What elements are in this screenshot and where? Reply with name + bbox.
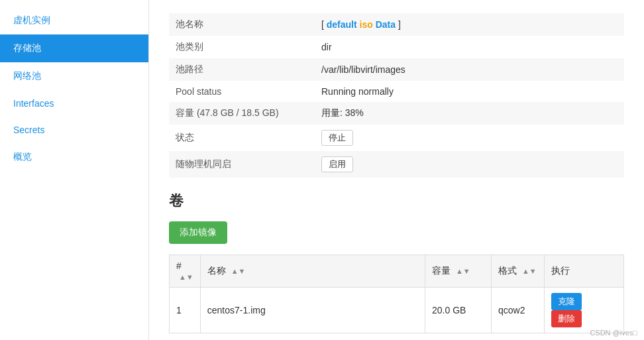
row-capacity: 20.0 GB	[425, 288, 492, 333]
pool-name-label: 池名称	[169, 13, 315, 36]
sidebar-item-storage-pool[interactable]: 存储池	[0, 34, 148, 62]
row-action: 克隆 删除	[545, 288, 624, 333]
info-row-autostart: 随物理机同启 启用	[169, 151, 624, 178]
autostart-value: 启用	[315, 151, 624, 178]
sidebar-item-network-pool[interactable]: 网络池	[0, 62, 148, 90]
autostart-badge[interactable]: 启用	[321, 156, 353, 172]
table-row: 1 centos7-1.img 20.0 GB qcow2 克隆 删除	[170, 288, 624, 333]
info-row-capacity: 容量 (47.8 GB / 18.5 GB) 用量: 38%	[169, 102, 624, 125]
state-value: 停止	[315, 125, 624, 151]
state-label: 状态	[169, 125, 315, 151]
capacity-label: 容量 (47.8 GB / 18.5 GB)	[169, 102, 315, 125]
pool-type-label: 池类别	[169, 36, 315, 58]
pool-name-iso-link: iso	[357, 19, 376, 30]
col-number[interactable]: # ▲▼	[170, 255, 201, 288]
pool-path-label: 池路径	[169, 58, 315, 81]
sidebar-item-vm-instances[interactable]: 虚机实例	[0, 7, 148, 34]
pool-name-value: [ default iso Data ]	[315, 13, 624, 36]
pool-name-bracket-close: ]	[396, 19, 401, 30]
sidebar-item-secrets[interactable]: Secrets	[0, 117, 148, 143]
col-name[interactable]: 名称 ▲▼	[200, 255, 425, 288]
pool-name-data-link[interactable]: Data	[376, 19, 396, 30]
info-row-pool-status: Pool status Running normally	[169, 81, 624, 102]
watermark: CSDN @ives□	[590, 329, 637, 337]
pool-status-value: Running normally	[315, 81, 624, 102]
info-row-pool-name: 池名称 [ default iso Data ]	[169, 13, 624, 36]
state-badge[interactable]: 停止	[321, 130, 353, 146]
pool-name-default-link[interactable]: default	[327, 19, 357, 30]
pool-status-label: Pool status	[169, 81, 315, 102]
row-name: centos7-1.img	[200, 288, 425, 333]
main-content: 池名称 [ default iso Data ] 池类别 dir 池路径 /va…	[149, 0, 644, 340]
col-format[interactable]: 格式 ▲▼	[492, 255, 545, 288]
col-action: 执行	[545, 255, 624, 288]
sidebar: 虚机实例 存储池 网络池 Interfaces Secrets 概览	[0, 0, 149, 340]
add-image-button[interactable]: 添加镜像	[169, 221, 227, 244]
pool-type-value: dir	[315, 36, 624, 58]
sort-number-icon: ▲▼	[179, 273, 193, 281]
clone-button[interactable]: 克隆	[551, 293, 582, 310]
volumes-table-header: # ▲▼ 名称 ▲▼ 容量 ▲▼ 格式 ▲▼ 执行	[170, 255, 624, 288]
sidebar-item-interfaces[interactable]: Interfaces	[0, 90, 148, 117]
sort-capacity-icon: ▲▼	[456, 267, 470, 275]
info-row-pool-type: 池类别 dir	[169, 36, 624, 58]
row-format: qcow2	[492, 288, 545, 333]
autostart-label: 随物理机同启	[169, 151, 315, 178]
info-row-pool-path: 池路径 /var/lib/libvirt/images	[169, 58, 624, 81]
row-number: 1	[170, 288, 201, 333]
sidebar-item-overview[interactable]: 概览	[0, 143, 148, 171]
delete-button[interactable]: 删除	[551, 310, 582, 327]
sort-name-icon: ▲▼	[231, 267, 246, 275]
volumes-table: # ▲▼ 名称 ▲▼ 容量 ▲▼ 格式 ▲▼ 执行 1	[169, 255, 624, 333]
info-row-state: 状态 停止	[169, 125, 624, 151]
sort-format-icon: ▲▼	[522, 267, 537, 275]
capacity-value: 用量: 38%	[315, 102, 624, 125]
pool-path-value: /var/lib/libvirt/images	[315, 58, 624, 81]
col-capacity[interactable]: 容量 ▲▼	[425, 255, 492, 288]
pool-name-bracket-open: [	[321, 19, 327, 30]
info-table: 池名称 [ default iso Data ] 池类别 dir 池路径 /va…	[169, 13, 624, 178]
volumes-section-title: 卷	[169, 191, 624, 211]
